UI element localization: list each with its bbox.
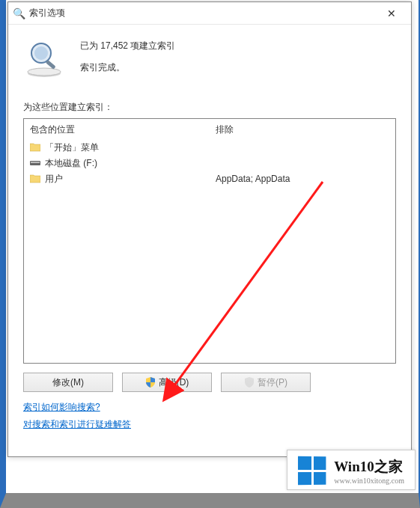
close-button[interactable]: ✕ (377, 4, 407, 23)
watermark-brand: Win10之家 (334, 457, 404, 477)
pause-button-label: 暂停(P) (258, 376, 287, 389)
locations-list[interactable]: 包含的位置 「开始」菜单 本地磁盘 (F:) 用户 排除 (23, 118, 396, 364)
excluded-column: 排除 AppData; AppData (210, 119, 395, 363)
svg-point-3 (34, 46, 48, 60)
included-header: 包含的位置 (30, 123, 204, 136)
folder-icon (30, 143, 40, 152)
list-item-label: 「开始」菜单 (45, 141, 99, 154)
index-complete: 索引完成。 (80, 61, 175, 74)
excluded-header: 排除 (216, 123, 389, 136)
list-item[interactable]: 「开始」菜单 (30, 141, 204, 154)
svg-rect-6 (31, 162, 40, 163)
advanced-button[interactable]: 高级(D) (122, 373, 212, 392)
link-troubleshoot[interactable]: 对搜索和索引进行疑难解答 (23, 418, 131, 431)
svg-point-1 (28, 68, 61, 76)
pause-button: 暂停(P) (221, 373, 311, 392)
shield-icon (244, 377, 255, 388)
magnifier-icon (23, 37, 65, 79)
watermark: Win10之家 www.win10xitong.com (287, 450, 416, 490)
list-item (216, 141, 389, 154)
locations-label: 为这些位置建立索引： (23, 101, 396, 114)
indexing-options-dialog: 🔍 索引选项 ✕ 已为 17,452 项建立索引 索引完成。 (7, 1, 412, 457)
window-title: 索引选项 (29, 7, 377, 19)
help-links: 索引如何影响搜索? 对搜索和索引进行疑难解答 (23, 401, 396, 435)
modify-button[interactable]: 修改(M) (23, 373, 113, 392)
list-item (216, 156, 389, 170)
list-item: AppData; AppData (216, 172, 389, 186)
advanced-button-label: 高级(D) (159, 376, 189, 389)
status-text: 已为 17,452 项建立索引 索引完成。 (80, 37, 175, 74)
titlebar: 🔍 索引选项 ✕ (8, 2, 411, 25)
list-item-label: 用户 (45, 173, 63, 186)
link-how-affect[interactable]: 索引如何影响搜索? (23, 401, 100, 414)
search-options-icon: 🔍 (13, 7, 25, 19)
included-column: 包含的位置 「开始」菜单 本地磁盘 (F:) 用户 (24, 119, 210, 363)
watermark-url: www.win10xitong.com (334, 477, 404, 485)
windows-logo-icon (298, 456, 326, 486)
list-item[interactable]: 本地磁盘 (F:) (30, 156, 204, 170)
disk-icon (30, 159, 40, 167)
folder-icon (30, 174, 40, 183)
modify-button-label: 修改(M) (52, 376, 84, 389)
indexed-count: 已为 17,452 项建立索引 (80, 40, 175, 52)
button-row: 修改(M) 高级(D) 暂停(P) (23, 373, 396, 392)
shield-icon (145, 377, 156, 388)
status-row: 已为 17,452 项建立索引 索引完成。 (23, 37, 396, 79)
list-item-label: 本地磁盘 (F:) (45, 157, 97, 170)
list-item[interactable]: 用户 (30, 172, 204, 186)
list-item-label: AppData; AppData (216, 174, 290, 184)
